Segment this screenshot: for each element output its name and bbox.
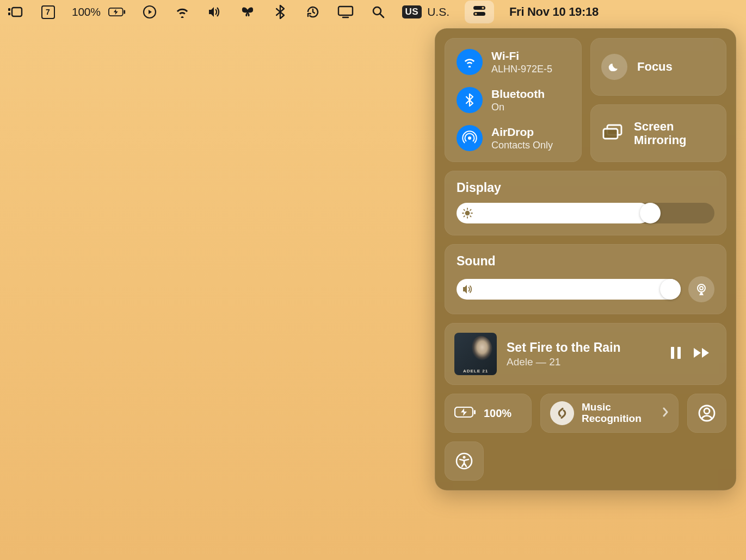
- bluetooth-subtitle: On: [491, 102, 545, 113]
- volume-slider[interactable]: [457, 279, 681, 300]
- wifi-title: Wi-Fi: [491, 49, 552, 63]
- bluetooth-title: Bluetooth: [491, 88, 545, 101]
- svg-rect-4: [124, 10, 125, 14]
- svg-point-23: [704, 408, 710, 414]
- shazam-icon: [550, 401, 574, 425]
- calendar-icon[interactable]: 7: [39, 5, 57, 19]
- accessibility-tile[interactable]: [445, 441, 484, 481]
- album-art: ADELE 21: [454, 333, 497, 375]
- svg-point-17: [698, 284, 705, 292]
- battery-tile-label: 100%: [484, 407, 511, 419]
- bluetooth-toggle-icon[interactable]: [457, 87, 483, 113]
- music-recognition-label: Music Recognition: [582, 402, 642, 425]
- svg-rect-1: [8, 8, 10, 11]
- connectivity-tile: Wi-Fi ALHN-972E-5 Bluetooth On: [445, 38, 582, 162]
- battery-tile[interactable]: 100%: [445, 394, 532, 433]
- user-icon: [698, 404, 716, 422]
- airdrop-toggle-icon[interactable]: [457, 125, 483, 151]
- display-icon[interactable]: [337, 5, 354, 18]
- airdrop-item[interactable]: AirDrop Contacts Only: [457, 125, 570, 151]
- play-circle-icon[interactable]: [141, 5, 158, 19]
- sound-tile: Sound: [445, 244, 726, 314]
- speaker-icon: [462, 284, 474, 294]
- brightness-icon: [462, 208, 473, 219]
- svg-rect-19: [677, 347, 681, 359]
- screen-mirroring-tile[interactable]: Screen Mirroring: [590, 104, 726, 162]
- svg-rect-21: [474, 410, 476, 414]
- svg-rect-6: [338, 7, 353, 15]
- track-title: Set Fire to the Rain: [507, 340, 660, 355]
- menubar-clock[interactable]: Fri Nov 10 19:18: [509, 5, 603, 19]
- svg-rect-14: [603, 129, 618, 139]
- now-playing-tile[interactable]: ADELE 21 Set Fire to the Rain Adele — 21: [445, 323, 726, 385]
- butterfly-icon[interactable]: [239, 5, 256, 18]
- wifi-item[interactable]: Wi-Fi ALHN-972E-5: [457, 49, 570, 75]
- svg-point-11: [474, 13, 477, 15]
- display-tile: Display: [445, 171, 726, 235]
- pause-button[interactable]: [670, 346, 682, 362]
- input-badge-text: US: [402, 5, 422, 18]
- user-tile[interactable]: [687, 394, 726, 433]
- svg-rect-0: [12, 8, 22, 16]
- menu-bar: 7 100%: [0, 0, 746, 24]
- track-subtitle: Adele — 21: [507, 356, 660, 368]
- music-recognition-tile[interactable]: Music Recognition: [540, 394, 679, 433]
- calendar-day-label: 7: [46, 8, 50, 16]
- input-source-badge[interactable]: US U.S.: [402, 5, 449, 18]
- wifi-icon[interactable]: [174, 6, 191, 18]
- volume-icon[interactable]: [206, 6, 224, 18]
- wifi-toggle-icon[interactable]: [457, 49, 483, 75]
- spotlight-icon[interactable]: [369, 5, 387, 18]
- accessibility-icon: [455, 452, 473, 470]
- bluetooth-item[interactable]: Bluetooth On: [457, 87, 570, 113]
- next-track-button[interactable]: [693, 347, 711, 361]
- airdrop-title: AirDrop: [491, 126, 553, 139]
- svg-rect-18: [671, 347, 674, 359]
- svg-point-15: [466, 211, 470, 215]
- control-center-icon[interactable]: [465, 1, 494, 23]
- timemachine-icon[interactable]: [304, 5, 322, 19]
- svg-point-9: [482, 7, 484, 9]
- sound-heading: Sound: [457, 254, 714, 269]
- svg-rect-2: [8, 13, 10, 15]
- control-center-panel: Wi-Fi ALHN-972E-5 Bluetooth On: [435, 28, 736, 490]
- wifi-subtitle: ALHN-972E-5: [491, 64, 552, 75]
- moon-icon: [601, 54, 627, 80]
- svg-point-25: [463, 456, 466, 459]
- svg-point-12: [468, 136, 471, 140]
- chevron-right-icon: [662, 407, 669, 420]
- battery-percent-label[interactable]: 100%: [72, 5, 101, 18]
- bluetooth-icon[interactable]: [272, 5, 289, 19]
- input-label-text: U.S.: [427, 5, 449, 18]
- battery-charging-icon[interactable]: [108, 7, 126, 17]
- screen-mirroring-label: Screen Mirroring: [634, 120, 687, 147]
- display-heading: Display: [457, 181, 714, 195]
- airplay-audio-button[interactable]: [688, 276, 714, 302]
- battery-tile-icon: [454, 407, 476, 420]
- stage-manager-icon[interactable]: [7, 6, 24, 18]
- airdrop-subtitle: Contacts Only: [491, 140, 553, 151]
- brightness-slider[interactable]: [457, 203, 714, 223]
- focus-tile[interactable]: Focus: [590, 38, 726, 96]
- focus-label: Focus: [637, 60, 673, 73]
- svg-point-16: [700, 287, 703, 290]
- screen-mirroring-icon: [601, 123, 624, 143]
